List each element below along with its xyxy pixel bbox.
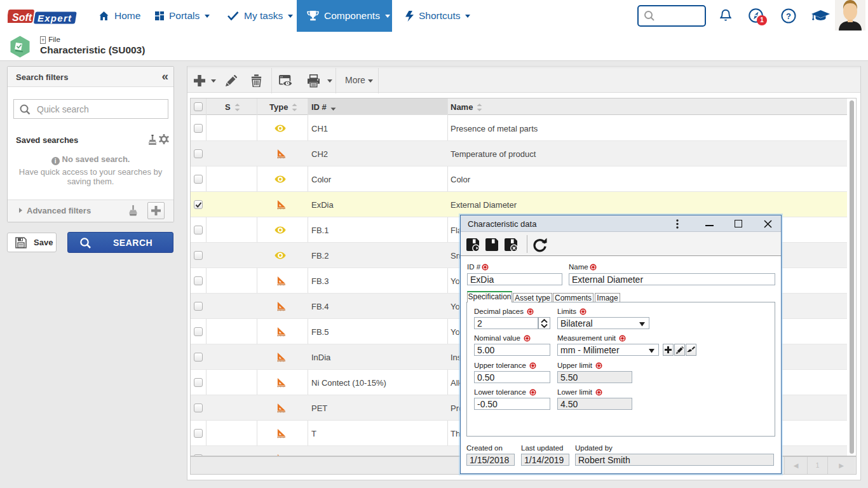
svg-text:Soft: Soft [12,12,32,23]
svg-text:?: ? [786,11,791,21]
svg-text:Expert: Expert [37,13,72,24]
